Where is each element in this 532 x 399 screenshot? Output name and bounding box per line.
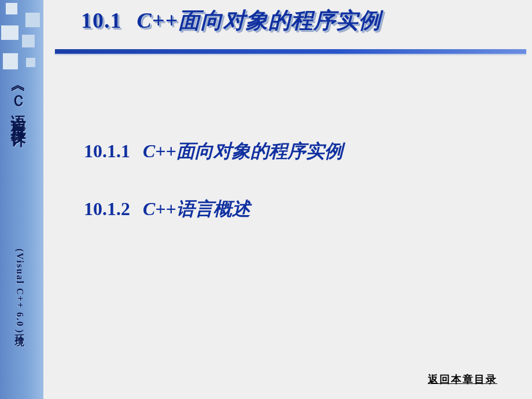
deco-square: [3, 53, 18, 69]
title-divider: [55, 49, 526, 54]
section-number: 10.1: [81, 8, 122, 32]
subsection-number: 10.1.2: [84, 198, 130, 219]
subsection-title: C++面向对象的程序实例: [143, 141, 343, 161]
subsection-number: 10.1.1: [84, 141, 130, 161]
section-heading: 10.1C++面向对象的程序实例: [81, 6, 381, 35]
deco-square: [25, 13, 40, 27]
section-title: C++面向对象的程序实例: [137, 8, 382, 32]
deco-square: [1, 25, 19, 40]
sidebar: 《Ｃ语言程序设计》 (Visual C++ 6.0环境): [0, 0, 43, 399]
deco-square: [26, 58, 35, 67]
subsection-link-1[interactable]: 10.1.1C++面向对象的程序实例: [84, 139, 343, 164]
main-content: 10.1C++面向对象的程序实例 10.1.1C++面向对象的程序实例 10.1…: [43, 0, 532, 399]
subsection-title: C++语言概述: [143, 198, 250, 219]
sidebar-book-title: 《Ｃ语言程序设计》: [10, 81, 25, 127]
deco-square: [6, 3, 17, 14]
slide: 《Ｃ语言程序设计》 (Visual C++ 6.0环境) 10.1C++面向对象…: [0, 0, 532, 399]
sidebar-subtitle: (Visual C++ 6.0环境): [15, 249, 24, 334]
deco-square: [22, 35, 35, 47]
return-chapter-link[interactable]: 返回本章目录: [428, 372, 497, 386]
subsection-link-2[interactable]: 10.1.2C++语言概述: [84, 197, 250, 222]
sidebar-book-title-wrap: 《Ｃ语言程序设计》: [10, 81, 34, 127]
corner-decoration: [0, 0, 43, 75]
